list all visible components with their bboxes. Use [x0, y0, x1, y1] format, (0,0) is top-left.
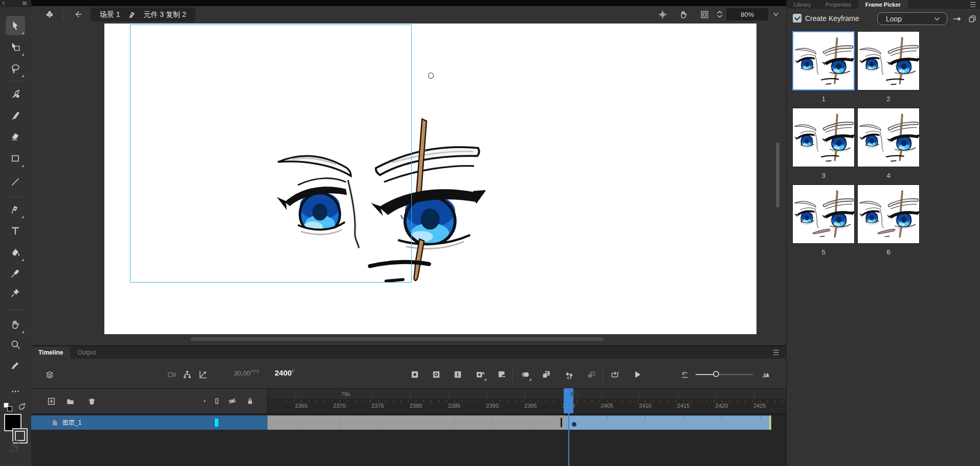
tools-divider — [6, 81, 25, 81]
current-frame-display[interactable]: 2400F — [275, 368, 295, 377]
clip-content-icon[interactable] — [697, 7, 711, 21]
insert-blank-keyframe-button[interactable] — [429, 367, 443, 382]
tab-output[interactable]: Output — [70, 346, 103, 359]
create-motion-tween-button[interactable] — [539, 367, 553, 382]
add-folder-button[interactable] — [64, 395, 76, 407]
paint-bucket-tool[interactable] — [6, 243, 25, 262]
frame-tick — [660, 400, 661, 402]
outline-column-toggle[interactable] — [211, 395, 223, 407]
more-tools[interactable] — [6, 382, 25, 401]
zoom-level-value: 80% — [741, 11, 754, 18]
create-shape-tween-button[interactable] — [562, 367, 576, 382]
frame-thumbnail-1[interactable] — [792, 31, 855, 90]
scene-club-button[interactable] — [42, 7, 57, 21]
frame-tick — [760, 400, 761, 402]
frame-tick — [454, 400, 455, 402]
graph-editor[interactable] — [196, 367, 210, 382]
hand-tool[interactable] — [6, 315, 25, 334]
span-frame-tick — [607, 415, 608, 418]
hide-all-toggle[interactable] — [226, 395, 238, 407]
center-stage-icon[interactable] — [655, 7, 670, 21]
highlight-dot-toggle[interactable] — [198, 395, 211, 407]
classic-brush-tool[interactable] — [6, 106, 25, 125]
horizontal-scrollbar[interactable] — [191, 337, 604, 341]
back-button[interactable] — [72, 8, 84, 20]
timeline-panel-menu-icon[interactable]: ☰ — [773, 348, 779, 357]
frame-thumbnail-4[interactable] — [857, 108, 920, 167]
delete-layer-button[interactable] — [85, 395, 98, 407]
layer-track[interactable] — [268, 415, 786, 430]
frame-thumbnail-5[interactable] — [792, 184, 855, 244]
timeline-zoom-slider-track[interactable] — [696, 374, 753, 375]
zoom-tool[interactable] — [6, 335, 25, 354]
top-bar: 场景 1 元件 3 复制 2 80% — [31, 0, 786, 23]
frame-tick — [714, 400, 715, 402]
zoom-level-input[interactable]: 80% — [726, 8, 768, 20]
frame-thumbnail-2[interactable] — [857, 31, 920, 90]
timeline-toolbar: 30,00FPS 2400F A — [31, 359, 786, 388]
selected-frame-span[interactable] — [565, 415, 772, 430]
current-frame-unit: F — [292, 368, 295, 374]
svg-text:A: A — [482, 371, 485, 376]
layer-row[interactable]: 图层_1 — [31, 415, 268, 430]
breadcrumb-scene[interactable]: 场景 1 — [100, 10, 120, 19]
fps-display[interactable]: 30,00FPS — [234, 369, 259, 377]
frame-number-label: 2365 — [290, 403, 313, 409]
layer-outline-swatch[interactable] — [215, 418, 218, 427]
pencil-tool[interactable] — [6, 356, 25, 375]
zoom-dropdown-chevron[interactable] — [771, 8, 781, 20]
loop-playback-button[interactable] — [608, 367, 622, 382]
selection-tool[interactable] — [6, 16, 25, 35]
breadcrumb-symbol[interactable]: 元件 3 复制 2 — [144, 10, 186, 19]
remove-frames-button[interactable] — [495, 367, 509, 382]
pen-tool[interactable] — [6, 200, 25, 219]
auto-keyframe-button[interactable]: A — [473, 367, 487, 382]
frame-tick — [607, 400, 608, 402]
frame-tick — [722, 400, 722, 402]
subselection-tool[interactable] — [6, 37, 25, 57]
swap-colors-icon[interactable] — [4, 403, 16, 413]
frame-tick — [332, 400, 332, 402]
frame-thumbnail-6[interactable] — [857, 184, 920, 244]
eyedropper-tool[interactable] — [6, 264, 25, 283]
timeline-zoom-slider-knob[interactable] — [713, 371, 719, 377]
transform-point-marker[interactable] — [428, 73, 434, 79]
frame-tick — [767, 400, 768, 402]
insert-frame-button[interactable] — [451, 367, 465, 382]
add-layer-button[interactable] — [45, 395, 57, 407]
lock-all-toggle[interactable] — [244, 395, 256, 407]
fluid-brush-tool[interactable] — [6, 84, 25, 104]
text-tool[interactable] — [6, 221, 25, 240]
tab-timeline[interactable]: Timeline — [31, 346, 70, 359]
timeline-ruler[interactable]: 79s80s2365237023752380238523902395240024… — [268, 389, 786, 413]
frame-tick — [691, 400, 692, 402]
play-button[interactable] — [630, 367, 644, 382]
pin-tool[interactable] — [6, 283, 25, 302]
insert-keyframe-button[interactable] — [408, 367, 422, 382]
eraser-tool[interactable] — [6, 126, 25, 146]
fps-value: 30,00 — [234, 369, 251, 377]
frame-number-label: 2390 — [481, 403, 504, 409]
zoom-stepper[interactable] — [715, 8, 724, 21]
frame-tick — [309, 400, 309, 402]
layers-panel-toggle[interactable] — [42, 367, 57, 382]
frame-view-options-button[interactable] — [759, 367, 773, 382]
frame-tick — [507, 400, 508, 402]
lasso-tool[interactable] — [6, 59, 25, 78]
pan-hand-icon[interactable] — [676, 7, 691, 21]
frame-tick — [515, 400, 516, 402]
layer-name[interactable]: 图层_1 — [62, 418, 81, 427]
line-tool[interactable] — [6, 172, 25, 192]
span-gridline — [530, 415, 531, 430]
frame-number-label: 2410 — [634, 403, 656, 409]
swap-arrow-icon[interactable] — [17, 402, 27, 413]
rectangle-tool[interactable] — [6, 149, 25, 168]
toolbar-divider — [513, 366, 513, 383]
frame-thumbnail-label: 1 — [792, 95, 855, 103]
parenting-view[interactable] — [180, 367, 194, 382]
onion-skin-button[interactable] — [518, 367, 532, 382]
frame-thumbnail-3[interactable] — [792, 108, 855, 167]
reset-timeline-zoom-button[interactable] — [678, 367, 692, 382]
seconds-label: 79s — [341, 391, 350, 397]
vertical-scrollbar[interactable] — [776, 143, 779, 207]
